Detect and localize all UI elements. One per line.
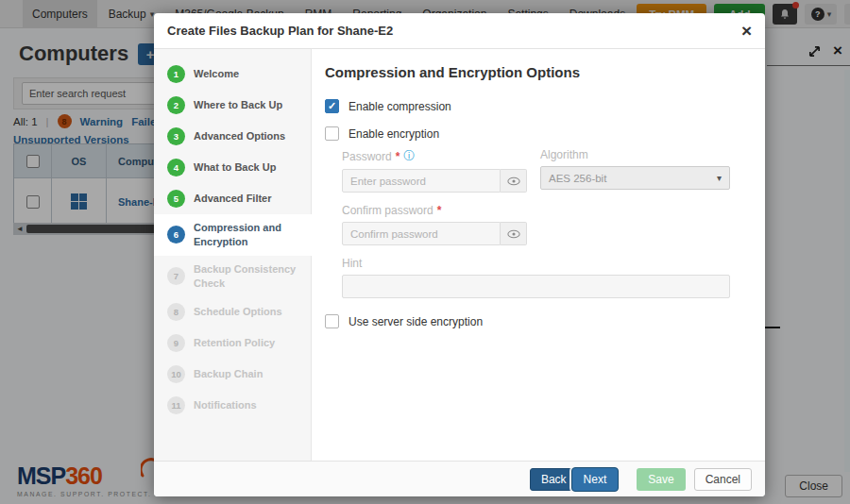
wizard-step-backup-chain[interactable]: 10 Backup Chain [154,359,311,390]
check-icon: ✓ [328,101,336,111]
server-side-encryption-checkbox[interactable] [325,314,339,328]
confirm-password-input[interactable] [342,222,501,245]
confirm-password-label: Confirm password [342,204,434,217]
back-button[interactable]: Back [530,468,578,491]
step-label: Advanced Options [194,129,285,143]
info-icon[interactable]: ⓘ [403,148,415,164]
dialog-footer: Back Next Save Cancel [154,461,765,496]
wizard-step-welcome[interactable]: 1 Welcome [154,59,311,90]
dialog-title: Create Files Backup Plan for Shane-E2 [167,24,393,38]
enable-encryption-checkbox[interactable] [325,126,339,141]
hint-input[interactable] [342,275,730,298]
algorithm-select[interactable]: AES 256-bit ▾ [540,166,730,190]
server-side-encryption-label: Use server side encryption [348,315,483,328]
step-number-badge: 1 [167,65,185,83]
dialog-header: Create Files Backup Plan for Shane-E2 × [154,13,765,49]
step-label: Advanced Filter [194,192,272,206]
enable-compression-checkbox[interactable]: ✓ [325,99,339,113]
wizard-step-schedule-options[interactable]: 8 Schedule Options [154,296,311,328]
step-number-badge: 6 [167,226,185,244]
wizard-steps-sidebar: 1 Welcome 2 Where to Back Up 3 Advanced … [154,49,312,461]
show-confirm-password-button[interactable] [501,222,527,245]
eye-icon [507,229,520,239]
wizard-step-what-to-back-up[interactable]: 4 What to Back Up [154,152,311,183]
wizard-step-where-to-back-up[interactable]: 2 Where to Back Up [154,90,311,121]
wizard-step-advanced-options[interactable]: 3 Advanced Options [154,121,311,152]
required-asterisk: * [396,150,400,163]
next-button[interactable]: Next [571,467,620,492]
step-number-badge: 8 [167,303,185,321]
step-number-badge: 2 [167,96,185,114]
step-label: Where to Back Up [194,98,282,112]
step-label: Schedule Options [194,305,282,319]
step-label: Backup Chain [194,367,263,381]
wizard-step-compression-and-encryption[interactable]: 6 Compression and Encryption [154,214,312,256]
step-label: Retention Policy [194,336,275,350]
step-number-badge: 11 [167,396,185,414]
save-button[interactable]: Save [637,468,685,491]
cancel-button[interactable]: Cancel [694,468,752,491]
eye-icon [507,176,520,186]
algorithm-selected-value: AES 256-bit [549,173,606,184]
wizard-step-advanced-filter[interactable]: 5 Advanced Filter [154,183,311,214]
step-label: Welcome [194,67,239,81]
step-label: Compression and Encryption [194,221,304,249]
algorithm-label: Algorithm [540,148,588,161]
step-number-badge: 5 [167,190,185,208]
create-backup-plan-dialog: Create Files Backup Plan for Shane-E2 × … [154,13,765,496]
chevron-down-icon: ▾ [717,173,722,183]
step-label: Notifications [194,398,257,412]
step-label: What to Back Up [194,160,276,175]
wizard-step-backup-consistency-check[interactable]: 7 Backup Consistency Check [154,256,311,297]
wizard-step-retention-policy[interactable]: 9 Retention Policy [154,328,311,359]
show-password-button[interactable] [501,169,527,193]
step-number-badge: 3 [167,127,185,145]
wizard-step-notifications[interactable]: 11 Notifications [154,390,311,421]
step-heading: Compression and Encryption Options [325,64,741,80]
password-label: Password [342,150,392,163]
dialog-close-icon[interactable]: × [741,22,752,40]
required-asterisk: * [437,204,442,217]
encryption-fields: Password * ⓘ [342,148,741,298]
password-input[interactable] [342,169,501,193]
step-label: Backup Consistency Check [194,262,303,291]
wizard-step-content: Compression and Encryption Options ✓ Ena… [312,49,765,461]
step-number-badge: 10 [167,365,185,383]
app-window: Computers Backup ▾ M365/Google Backup RM… [0,0,850,504]
enable-compression-label: Enable compression [348,100,451,113]
step-number-badge: 7 [167,267,185,285]
step-number-badge: 9 [167,334,185,352]
enable-encryption-label: Enable encryption [348,127,439,141]
step-number-badge: 4 [167,159,185,176]
hint-label: Hint [342,257,362,270]
